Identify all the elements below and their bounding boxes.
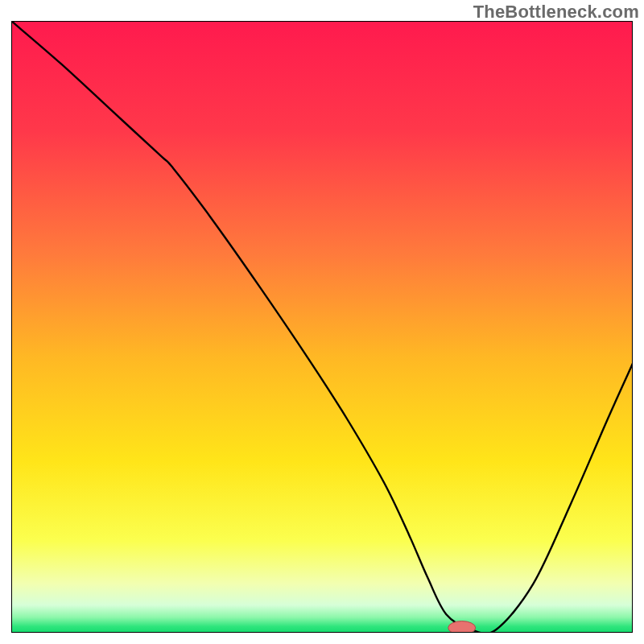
plot-area <box>11 21 633 633</box>
optimal-marker <box>448 621 476 633</box>
marker-group <box>448 621 476 633</box>
gradient-background <box>11 21 633 633</box>
watermark-text: TheBottleneck.com <box>473 2 639 23</box>
chart-container: TheBottleneck.com <box>0 0 644 644</box>
chart-svg <box>11 21 633 633</box>
